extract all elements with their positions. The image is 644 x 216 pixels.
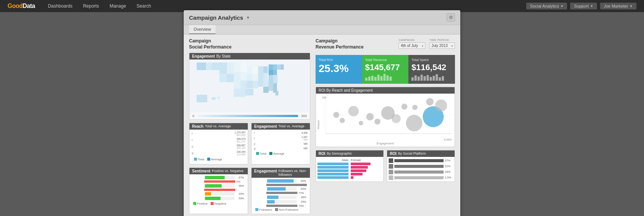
- svg-rect-2: [212, 63, 219, 70]
- svg-rect-36: [245, 89, 253, 95]
- nav-reports[interactable]: Reports: [78, 0, 104, 12]
- caret-icon: ▼: [630, 5, 633, 8]
- dashboard-title: Campaign Analytics: [189, 14, 243, 21]
- svg-rect-18: [263, 73, 268, 80]
- svg-point-41: [217, 97, 220, 99]
- campaign-control: CAMPAIGN 4th of July: [399, 38, 425, 49]
- caret-icon: ▼: [561, 5, 564, 8]
- svg-rect-9: [234, 72, 241, 80]
- settings-icon[interactable]: ⚙: [447, 13, 455, 22]
- scatter-svg: [325, 96, 452, 141]
- social-analytics-btn[interactable]: Social Analytics ▼: [526, 3, 567, 9]
- bottom-charts-row: Sentiment Positive vs. Negative 67%: [189, 167, 310, 214]
- roi-platform-header: ROI By Social Platform: [387, 150, 455, 157]
- svg-rect-29: [263, 87, 269, 93]
- roi-demographic-body: Male: [316, 157, 383, 180]
- table-row: p 338,887395,163: [192, 144, 245, 149]
- table-row: p 945: [254, 142, 308, 146]
- svg-rect-11: [247, 66, 253, 74]
- sentiment-header: Sentiment Positive vs. Negative: [189, 168, 248, 174]
- kpi-roi: Total ROI 25.3%: [316, 55, 362, 84]
- table-row: t 358,479541,571: [192, 138, 245, 143]
- svg-point-58: [426, 98, 434, 105]
- timeperiod-select[interactable]: July 2013: [429, 42, 455, 49]
- nav-dashboards[interactable]: Dashboards: [42, 0, 78, 12]
- scatter-body: 2M Reach: [316, 94, 455, 147]
- scatter-header: ROI By Reach and Engagement: [316, 87, 455, 94]
- svg-point-50: [374, 119, 380, 125]
- svg-point-52: [359, 121, 363, 125]
- table-row: 67%: [191, 176, 246, 179]
- map-area: [189, 59, 310, 113]
- roi-platform-chart: ROI By Social Platform 37%: [387, 150, 455, 182]
- kpi-row: Total ROI 25.3% Total Revenue $145,677: [316, 55, 455, 84]
- right-column: Campaign Revenue Performance CAMPAIGN 4t…: [316, 38, 455, 214]
- table-row: f 3,306: [254, 131, 308, 135]
- svg-rect-39: [197, 95, 207, 102]
- map-scale: 0 300: [189, 113, 310, 119]
- svg-rect-28: [273, 75, 278, 83]
- y-axis-label: Reach: [317, 120, 320, 129]
- svg-rect-6: [227, 74, 234, 82]
- svg-rect-34: [253, 81, 258, 88]
- roi-demographic-chart: ROI By Demographic Male: [316, 150, 384, 182]
- engagement-followers-header: Engagement Followers vs. Non-followers: [252, 168, 310, 178]
- map-widget: Engagement By State: [189, 53, 310, 120]
- support-btn[interactable]: Support ▼: [570, 3, 597, 9]
- svg-rect-12: [253, 66, 258, 74]
- campaign-select-wrapper: 4th of July: [399, 42, 425, 49]
- svg-rect-21: [277, 64, 281, 70]
- left-column: Campaign Social Performance Engagement B…: [189, 38, 310, 214]
- table-row: t 1,007965: [254, 136, 308, 141]
- timeperiod-select-wrapper: July 2013: [429, 42, 455, 49]
- svg-rect-17: [258, 73, 263, 80]
- campaign-select[interactable]: 4th of July: [399, 42, 425, 49]
- logo-data: Data: [23, 3, 35, 9]
- us-map: [193, 61, 306, 111]
- map-widget-header: Engagement By State: [189, 53, 310, 59]
- roi-platform-body: 37% 31% 18%: [387, 157, 455, 182]
- sentiment-body: 67% 5%: [189, 174, 248, 208]
- svg-rect-25: [258, 80, 263, 87]
- female-bars: Female: [351, 158, 382, 179]
- dashboard-panel: Campaign Analytics ▼ ⚙ Overview Campaign…: [184, 10, 460, 216]
- bottom-right-row: ROI By Demographic Male: [316, 150, 455, 182]
- svg-point-49: [381, 106, 395, 120]
- main-area: Campaign Analytics ▼ ⚙ Overview Campaign…: [0, 12, 644, 216]
- overview-tab[interactable]: Overview: [189, 25, 216, 34]
- svg-rect-1: [206, 63, 212, 70]
- svg-rect-19: [269, 64, 273, 70]
- charts-row: Reach Total vs. Average f: [189, 123, 310, 164]
- table-row: 63%: [253, 187, 308, 191]
- table-row: g 645: [254, 147, 308, 150]
- nav-manage[interactable]: Manage: [104, 0, 131, 12]
- male-bars: Male: [317, 158, 349, 179]
- app-logo: GoodData: [8, 3, 35, 9]
- svg-rect-14: [253, 74, 258, 81]
- table-row: 39%: [253, 196, 308, 199]
- right-section-title: Campaign Revenue Performance: [316, 38, 364, 50]
- nav-search[interactable]: Search: [131, 0, 156, 12]
- svg-rect-10: [241, 72, 247, 80]
- followers-legend: Followers Non-Followers: [253, 207, 308, 213]
- kpi-revenue: Total Revenue $145,677: [362, 55, 409, 84]
- table-row: 37%: [389, 158, 453, 163]
- svg-rect-23: [269, 70, 273, 75]
- svg-point-40: [211, 97, 216, 100]
- svg-point-57: [412, 105, 417, 110]
- svg-rect-22: [281, 64, 284, 70]
- svg-rect-4: [227, 63, 234, 74]
- roi-demographic-header: ROI By Demographic: [316, 150, 383, 157]
- svg-rect-26: [263, 80, 269, 87]
- svg-rect-31: [234, 80, 241, 89]
- user-btn[interactable]: Joe Marketer ▼: [600, 3, 636, 9]
- engagement-legend: Total Average: [254, 151, 308, 157]
- svg-rect-30: [269, 83, 273, 91]
- svg-rect-33: [247, 81, 253, 88]
- title-dropdown-arrow[interactable]: ▼: [246, 16, 250, 20]
- reach-chart-body: f 1,270,957800,340 t: [189, 130, 248, 164]
- svg-rect-5: [219, 74, 227, 82]
- logo-good: Good: [8, 3, 23, 9]
- sentiment-legend: Positive Negative: [191, 201, 246, 207]
- title-row: Campaign Analytics ▼: [189, 14, 250, 21]
